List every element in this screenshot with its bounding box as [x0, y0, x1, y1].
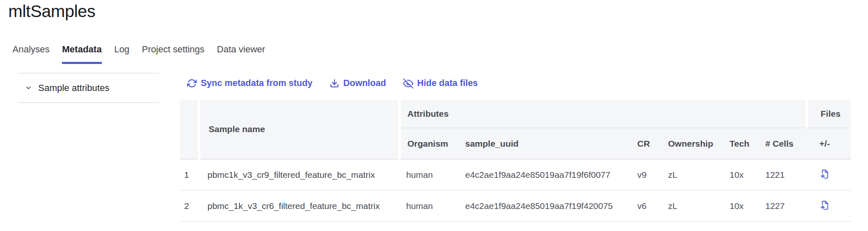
- download-button[interactable]: Download: [330, 78, 386, 88]
- organism-cell: human: [399, 190, 459, 221]
- header-cr: CR: [631, 128, 661, 159]
- eye-off-icon: [403, 79, 413, 88]
- sync-metadata-label: Sync metadata from study: [201, 78, 313, 88]
- table-row: 2 pbmc_1k_v3_cr6_filtered_feature_bc_mat…: [180, 190, 851, 221]
- tab-bar: Analyses Metadata Log Project settings D…: [12, 44, 265, 64]
- header-sample-name: Sample name: [199, 100, 399, 159]
- cells-count-cell: 1221: [759, 159, 807, 190]
- toolbar: Sync metadata from study Download Hide d…: [187, 78, 478, 88]
- files-cell: [807, 190, 851, 221]
- table-row: 1 pbmc1k_v3_cr9_filtered_feature_bc_matr…: [180, 159, 851, 190]
- tab-analyses[interactable]: Analyses: [12, 44, 49, 62]
- sidebar: Sample attributes: [17, 73, 159, 103]
- files-cell: [807, 159, 851, 190]
- header-tech: Tech: [723, 128, 759, 159]
- header-organism: Organism: [399, 128, 459, 159]
- sample-name-cell: pbmc_1k_v3_cr6_filtered_feature_bc_matri…: [199, 190, 399, 221]
- tech-cell: 10x: [723, 159, 759, 190]
- organism-cell: human: [399, 159, 459, 190]
- header-sample-uuid: sample_uuid: [459, 128, 631, 159]
- header-plus-minus: +/-: [807, 128, 851, 159]
- sync-metadata-button[interactable]: Sync metadata from study: [187, 78, 313, 88]
- row-index: 2: [180, 190, 199, 221]
- cr-cell: v9: [631, 159, 661, 190]
- sample-name-cell: pbmc1k_v3_cr9_filtered_feature_bc_matrix: [199, 159, 399, 190]
- cr-cell: v6: [631, 190, 661, 221]
- header-row-index: [180, 100, 199, 159]
- file-add-button[interactable]: [819, 200, 830, 210]
- tab-data-viewer[interactable]: Data viewer: [217, 44, 265, 62]
- ownership-cell: zL: [661, 159, 723, 190]
- header-ownership: Ownership: [661, 128, 723, 159]
- tab-log[interactable]: Log: [114, 44, 130, 62]
- row-index: 1: [180, 159, 199, 190]
- tab-project-settings[interactable]: Project settings: [142, 44, 204, 62]
- download-icon: [330, 79, 339, 88]
- hide-data-files-label: Hide data files: [417, 78, 478, 88]
- sample-uuid-cell: e4c2ae1f9aa24e85019aa7f19f6f0077: [459, 159, 631, 190]
- sidebar-item-label: Sample attributes: [38, 83, 109, 93]
- download-label: Download: [343, 78, 386, 88]
- tab-metadata[interactable]: Metadata: [62, 44, 101, 64]
- header-group-files: Files: [807, 100, 851, 128]
- file-add-button[interactable]: [819, 169, 830, 179]
- page-title: mltSamples: [8, 2, 95, 21]
- chevron-down-icon: [25, 84, 32, 91]
- sidebar-item-sample-attributes[interactable]: Sample attributes: [17, 74, 159, 102]
- hide-data-files-button[interactable]: Hide data files: [403, 78, 478, 88]
- sync-icon: [187, 79, 197, 88]
- cells-count-cell: 1227: [759, 190, 807, 221]
- header-cells: # Cells: [759, 128, 807, 159]
- tech-cell: 10x: [723, 190, 759, 221]
- samples-table: Sample name Attributes Files Organism sa…: [180, 100, 851, 222]
- ownership-cell: zL: [661, 190, 723, 221]
- samples-table-container: Sample name Attributes Files Organism sa…: [180, 100, 851, 222]
- sample-uuid-cell: e4c2ae1f9aa24e85019aa7f19f420075: [459, 190, 631, 221]
- header-group-attributes: Attributes: [399, 100, 807, 128]
